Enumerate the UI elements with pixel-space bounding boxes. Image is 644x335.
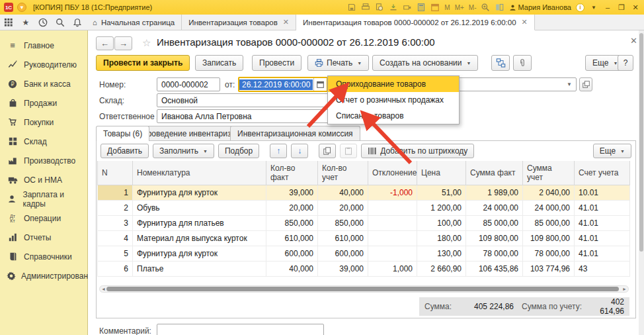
forward-button[interactable]: → <box>114 36 132 50</box>
menu-item-goods-receipt[interactable]: Оприходование товаров <box>328 76 459 92</box>
memory-mminus-button[interactable]: М- <box>469 4 477 11</box>
fill-button[interactable]: Заполнить▼ <box>153 144 214 158</box>
calculator-icon[interactable] <box>417 3 426 12</box>
copy-button[interactable] <box>319 144 336 158</box>
sidebar-item-sales[interactable]: Продажи <box>0 93 87 113</box>
minimize-button[interactable]: – <box>603 3 612 11</box>
maximize-button[interactable]: ❐ <box>617 3 626 12</box>
col-nomenclature[interactable]: Номенклатура <box>133 161 266 185</box>
table-row[interactable]: 6Платье40,00039,0001,0002 660,90106 435,… <box>98 262 630 277</box>
tab-inventory-document[interactable]: Инвентаризация товаров 0000-000002 от 26… <box>296 15 535 30</box>
preview-icon[interactable] <box>375 3 384 12</box>
favorites-star-icon[interactable]: ★ <box>17 15 34 30</box>
tab-close-icon[interactable]: ✕ <box>522 18 528 26</box>
sidebar-item-fixed-assets[interactable]: ОС и НМА <box>0 170 87 189</box>
sidebar-item-operations[interactable]: ДтКтОперации <box>0 209 87 228</box>
tab-home[interactable]: ⌂ Начальная страница <box>86 15 182 30</box>
memory-m-button[interactable]: М <box>444 4 450 11</box>
number-field[interactable]: 0000-000002 <box>157 77 220 91</box>
sidebar-item-purchases[interactable]: Покупки <box>0 113 87 132</box>
tab-inventory-list[interactable]: Инвентаризация товаров ✕ <box>182 15 296 30</box>
scroll-left-icon[interactable]: ◄ <box>101 287 106 291</box>
form-close-button[interactable]: ✕ <box>630 36 637 46</box>
move-down-button[interactable]: ↓ <box>291 144 308 158</box>
table-row[interactable]: 3Фурнитура для платьев850,000850,000100,… <box>98 216 630 231</box>
post-and-close-button[interactable]: Провести и закрыть <box>96 55 190 71</box>
col-account[interactable]: Счет учета <box>575 161 630 185</box>
favorite-star-icon[interactable]: ☆ <box>142 37 151 49</box>
tab-close-icon[interactable]: ✕ <box>283 18 289 26</box>
col-price[interactable]: Цена <box>417 161 466 185</box>
book-icon <box>7 252 19 261</box>
export-icon[interactable] <box>389 3 398 12</box>
table-row[interactable]: 4Материал для выпуска курток610,000610,0… <box>98 231 630 246</box>
add-row-button[interactable]: Добавить <box>101 144 149 158</box>
help-button[interactable]: ? <box>618 55 633 71</box>
create-based-on-button[interactable]: Создать на основании▼ <box>372 55 478 71</box>
sidebar-item-warehouse[interactable]: Склад <box>0 132 87 151</box>
table-more-button[interactable]: Еще▼ <box>593 144 631 158</box>
attachments-button[interactable] <box>513 55 532 71</box>
save-button[interactable]: Записать <box>195 55 243 71</box>
notifications-bell-icon[interactable] <box>69 15 86 30</box>
open-organization-button[interactable] <box>579 77 592 91</box>
split-view-icon[interactable] <box>495 3 504 12</box>
document-structure-button[interactable] <box>491 55 510 71</box>
print-button[interactable]: Печать▼ <box>307 55 369 71</box>
sidebar-item-main[interactable]: ≡Главное <box>0 36 87 55</box>
gear-icon <box>7 271 16 281</box>
sidebar-item-production[interactable]: Производство <box>0 151 87 170</box>
horizontal-scrollbar[interactable]: ◄ ► <box>99 285 629 293</box>
tab-inventory-commission[interactable]: Инвентаризационная комиссия <box>230 126 360 140</box>
post-button[interactable]: Провести <box>252 55 302 71</box>
date-field[interactable]: 26.12.2019 6:00:00 <box>238 77 328 92</box>
scrollbar-thumb[interactable] <box>106 287 619 291</box>
memory-mplus-button[interactable]: М+ <box>455 4 464 11</box>
sidebar-item-directories[interactable]: Справочники <box>0 247 87 266</box>
history-clock-icon[interactable] <box>34 15 52 30</box>
calendar-picker-icon[interactable] <box>313 78 327 91</box>
table-row[interactable]: 1Фурнитура для курток39,00040,000-1,0005… <box>98 185 630 201</box>
sidebar-item-manager[interactable]: Руководителю <box>0 55 87 74</box>
menu-item-goods-writeoff[interactable]: Списание товаров <box>328 108 459 124</box>
sidebar-item-bank-cash[interactable]: ₽Банк и касса <box>0 74 87 93</box>
pick-button[interactable]: Подбор <box>218 144 259 158</box>
paste-button[interactable] <box>340 144 357 158</box>
menu-grid-icon[interactable] <box>0 15 17 30</box>
col-sum-fact[interactable]: Сумма факт <box>466 161 523 185</box>
search-icon[interactable] <box>52 15 69 30</box>
col-deviation[interactable]: Отклонение <box>368 161 417 185</box>
scroll-right-icon[interactable]: ► <box>622 287 627 291</box>
zoom-icon[interactable] <box>481 3 491 12</box>
titlebar-dropdown-icon[interactable]: ▼ <box>589 5 598 11</box>
col-sum-account[interactable]: Сумма учет <box>523 161 575 185</box>
chevron-down-icon[interactable]: ▼ <box>567 81 572 87</box>
calendar-icon[interactable] <box>430 3 440 12</box>
send-icon[interactable] <box>403 3 412 12</box>
sidebar-item-administration[interactable]: Администрирование <box>0 266 87 285</box>
sidebar-item-payroll-hr[interactable]: Зарплата и кадры <box>0 189 87 209</box>
tab-goods[interactable]: Товары (6) <box>96 126 149 141</box>
col-n[interactable]: N <box>98 161 133 185</box>
vertical-scrollbar[interactable] <box>639 30 644 335</box>
table-row[interactable]: 5Фурнитура для курток600,000600,000130,0… <box>98 246 630 262</box>
add-by-barcode-button[interactable]: Добавить по штрихкоду <box>361 144 474 158</box>
save-icon[interactable] <box>347 3 356 12</box>
sidebar-item-reports[interactable]: Отчеты <box>0 228 87 247</box>
menu-item-retail-sales-report[interactable]: Отчет о розничных продажах <box>328 92 459 108</box>
comment-field[interactable] <box>157 324 324 335</box>
current-user[interactable]: Мария Иванова <box>509 3 571 11</box>
close-button[interactable]: ✕ <box>631 3 640 12</box>
main-menu-button[interactable]: ▼ <box>17 3 26 12</box>
col-qty-fact[interactable]: Кол-во факт <box>266 161 318 185</box>
print-icon[interactable] <box>361 3 370 12</box>
factory-icon <box>7 156 19 165</box>
main-menu-icon: ≡ <box>7 40 19 50</box>
info-button[interactable]: i <box>576 3 584 12</box>
move-up-button[interactable]: ↑ <box>270 144 287 158</box>
date-selected-text: 26.12.2019 6:00:00 <box>239 79 313 90</box>
table-row[interactable]: 2Обувь20,00020,0001 200,0024 000,0024 00… <box>98 201 630 216</box>
col-qty-account[interactable]: Кол-во учет <box>318 161 368 185</box>
scrollbar-thumb[interactable] <box>639 33 643 252</box>
back-button[interactable]: ← <box>96 36 114 50</box>
